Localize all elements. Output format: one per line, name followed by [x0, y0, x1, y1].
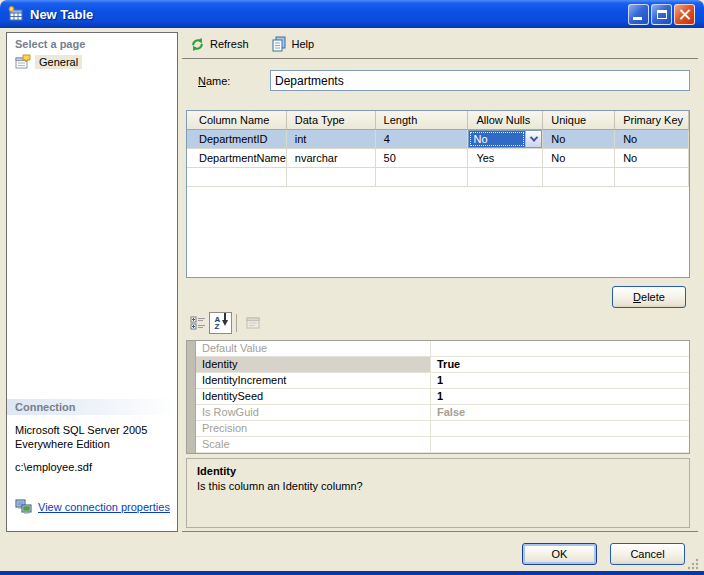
table-row[interactable]: DepartmentID int 4 No No No [187, 130, 689, 149]
select-a-page-header: Select a page [7, 33, 177, 52]
table-icon [8, 6, 24, 22]
property-value[interactable] [430, 437, 689, 453]
cell-unique[interactable]: No [543, 149, 615, 168]
cell-column-name[interactable]: DepartmentName [187, 149, 287, 168]
header-primary-key: Primary Key [615, 111, 689, 130]
property-value[interactable]: True [430, 357, 689, 373]
property-name[interactable]: IdentitySeed [196, 389, 430, 405]
property-name[interactable]: Identity [196, 357, 430, 373]
window-title: New Table [30, 7, 93, 22]
cell-allow-nulls[interactable]: Yes [468, 149, 543, 168]
cell-length[interactable]: 4 [376, 130, 469, 149]
close-icon[interactable] [674, 4, 695, 25]
maximize-icon[interactable] [651, 4, 672, 25]
ok-button[interactable]: OK [522, 543, 597, 565]
property-value[interactable]: 1 [430, 373, 689, 389]
property-row-default-value[interactable]: Default Value [196, 341, 689, 357]
cell-unique[interactable]: No [543, 130, 615, 149]
categorized-icon[interactable] [186, 312, 209, 334]
columns-grid-header: Column Name Data Type Length Allow Nulls… [187, 111, 689, 130]
cell-length[interactable]: 50 [376, 149, 469, 168]
property-row-identity[interactable]: Identity True [196, 357, 689, 373]
resize-grip[interactable] [686, 557, 699, 570]
page-selector-panel: Select a page General Connection Microso… [6, 32, 178, 532]
connection-section: Connection Microsoft SQL Server 2005 Eve… [7, 399, 177, 514]
refresh-label: Refresh [210, 38, 249, 50]
description-title: Identity [197, 465, 679, 477]
property-value[interactable] [430, 421, 689, 437]
sidebar-item-general[interactable]: General [7, 52, 177, 72]
toolbar-separator [236, 314, 237, 332]
cell-column-name[interactable]: DepartmentID [187, 130, 287, 149]
allow-nulls-combobox[interactable]: No [468, 130, 543, 149]
description-text: Is this column an Identity column? [197, 480, 679, 492]
cell-empty[interactable] [287, 168, 376, 187]
help-icon [271, 36, 287, 52]
property-name[interactable]: Is RowGuid [196, 405, 430, 421]
alphabetical-sort-icon[interactable]: AZ [209, 312, 232, 334]
table-row-empty[interactable] [187, 168, 689, 187]
table-name-input[interactable] [270, 70, 690, 91]
minimize-icon[interactable] [628, 4, 649, 25]
property-row-scale[interactable]: Scale [196, 437, 689, 453]
cell-empty[interactable] [615, 168, 689, 187]
cell-empty[interactable] [543, 168, 615, 187]
cell-empty[interactable] [376, 168, 469, 187]
property-value[interactable] [430, 341, 689, 357]
property-grid: Default Value Identity True IdentityIncr… [186, 340, 690, 454]
property-name[interactable]: Precision [196, 421, 430, 437]
property-name[interactable]: IdentityIncrement [196, 373, 430, 389]
header-data-type: Data Type [287, 111, 376, 130]
sidebar-item-label: General [35, 55, 82, 69]
help-label: Help [292, 38, 315, 50]
property-description-box: Identity Is this column an Identity colu… [186, 458, 690, 528]
chevron-down-icon[interactable] [525, 131, 541, 147]
property-row-identity-increment[interactable]: IdentityIncrement 1 [196, 373, 689, 389]
refresh-icon [190, 37, 205, 52]
computers-icon [15, 499, 32, 514]
property-row-is-rowguid[interactable]: Is RowGuid False [196, 405, 689, 421]
property-value[interactable]: False [430, 405, 689, 421]
cancel-button[interactable]: Cancel [610, 543, 685, 565]
combobox-selected-value[interactable]: No [469, 131, 525, 147]
header-unique: Unique [543, 111, 615, 130]
title-bar[interactable]: New Table [0, 0, 704, 28]
property-name[interactable]: Scale [196, 437, 430, 453]
property-row-precision[interactable]: Precision [196, 421, 689, 437]
table-row[interactable]: DepartmentName nvarchar 50 Yes No No [187, 149, 689, 168]
general-page-icon [15, 54, 31, 70]
cell-empty[interactable] [187, 168, 287, 187]
name-label: Name: [198, 75, 230, 87]
property-grid-toolbar: AZ [186, 311, 264, 335]
help-button[interactable]: Help [271, 36, 315, 52]
dialog-toolbar: Refresh Help [182, 30, 698, 59]
cell-primary-key[interactable]: No [615, 130, 689, 149]
cell-empty[interactable] [468, 168, 543, 187]
connection-header: Connection [7, 399, 177, 415]
new-table-dialog: New Table Select a page General Connecti… [0, 0, 704, 575]
header-allow-nulls: Allow Nulls [468, 111, 543, 130]
delete-button[interactable]: Delete [612, 286, 686, 308]
cell-data-type[interactable]: int [287, 130, 376, 149]
connection-file-text: c:\employee.sdf [7, 451, 177, 473]
view-connection-properties-link[interactable]: View connection properties [38, 501, 170, 513]
property-pages-icon [241, 312, 264, 334]
property-grid-gutter [187, 341, 196, 453]
window-frame-bottom [0, 571, 704, 575]
property-name[interactable]: Default Value [196, 341, 430, 357]
cell-data-type[interactable]: nvarchar [287, 149, 376, 168]
general-page-content: Name: Column Name Data Type Length Allow… [182, 59, 698, 532]
header-length: Length [376, 111, 469, 130]
cell-primary-key[interactable]: No [615, 149, 689, 168]
columns-grid: Column Name Data Type Length Allow Nulls… [186, 110, 690, 278]
refresh-button[interactable]: Refresh [190, 37, 249, 52]
property-value[interactable]: 1 [430, 389, 689, 405]
header-column-name: Column Name [187, 111, 287, 130]
property-row-identity-seed[interactable]: IdentitySeed 1 [196, 389, 689, 405]
connection-server-text: Microsoft SQL Server 2005 Everywhere Edi… [7, 415, 177, 451]
